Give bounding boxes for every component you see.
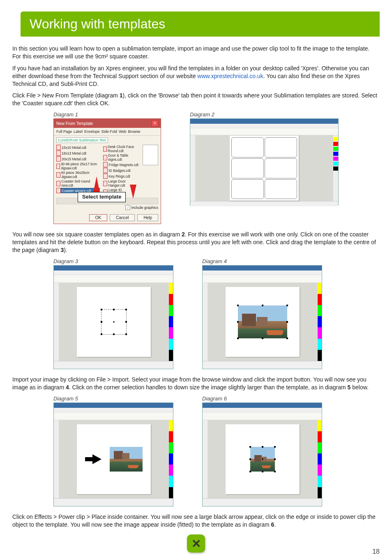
coaster-template[interactable] <box>231 179 264 199</box>
file-icon <box>103 155 107 160</box>
toolbar <box>190 128 338 135</box>
window-titlebar <box>54 403 173 408</box>
coaster-template[interactable] <box>265 137 297 157</box>
body-paragraph-1: In this section you will learn how to op… <box>12 45 380 60</box>
canvas[interactable] <box>59 283 168 361</box>
color-palette[interactable] <box>168 283 173 361</box>
color-palette[interactable] <box>317 420 322 498</box>
logo-icon: ✕ <box>187 534 205 553</box>
file-item[interactable]: 18x13 Metal.cdt <box>56 150 100 156</box>
tab-envelope[interactable]: Envelope <box>84 130 100 134</box>
tab-label[interactable]: Label <box>74 130 83 134</box>
tool-palette[interactable] <box>203 420 208 498</box>
file-item[interactable]: 30-96 piece 25x17.5cm Jigsaw.cdt <box>56 162 100 170</box>
diagram-3-caption: Diagram 3 <box>53 258 173 264</box>
diagram-1-caption: Diagram 1 <box>53 111 161 118</box>
cancel-button[interactable]: Cancel <box>110 214 135 221</box>
text: . <box>274 521 276 528</box>
diagram-6-caption: Diagram 6 <box>202 395 322 402</box>
body-paragraph-2: If you have had an installation by an Xp… <box>12 65 380 88</box>
file-item[interactable]: Fridge Magnets.cdt <box>103 162 139 167</box>
coaster-template[interactable] <box>231 137 264 157</box>
menu-bar <box>54 408 173 412</box>
file-item[interactable]: ID Badges.cdt <box>103 168 139 173</box>
coaster-template[interactable] <box>265 179 297 199</box>
canvas[interactable] <box>208 420 317 498</box>
status-bar <box>203 498 322 506</box>
technical-support-link[interactable]: www.xprestechnical.co.uk <box>197 73 263 79</box>
text: below. <box>350 384 369 391</box>
menu-bar <box>54 271 173 275</box>
file-icon <box>56 164 60 169</box>
canvas[interactable] <box>59 420 168 498</box>
page <box>77 287 151 357</box>
dialog-tabs: Full Page Label Envelope Side-Fold Web B… <box>54 128 161 136</box>
ok-button[interactable]: OK <box>89 214 107 221</box>
window-titlebar <box>203 403 322 408</box>
file-item[interactable]: Door & Table signs.cdt <box>103 153 139 162</box>
file-icon <box>56 172 60 178</box>
file-icon <box>103 181 107 186</box>
coaster-template[interactable] <box>231 158 264 178</box>
diagram-ref: 2 <box>182 231 185 238</box>
coreldraw-window <box>190 118 339 206</box>
tab-side-fold[interactable]: Side-Fold <box>101 130 118 134</box>
diagram-ref: 4 <box>66 384 69 391</box>
folder-path[interactable]: CorelDRAW Sublimation Tem <box>56 137 108 143</box>
diagram-2-caption: Diagram 2 <box>190 111 339 118</box>
tab-full-page[interactable]: Full Page <box>56 130 72 134</box>
help-button[interactable]: Help <box>137 214 158 221</box>
file-icon <box>103 162 108 167</box>
logo-text: xpres <box>172 553 219 555</box>
tab-web[interactable]: Web <box>119 130 126 134</box>
tool-palette[interactable] <box>203 283 208 361</box>
text: . Click on the corner selection handles … <box>69 384 348 391</box>
tool-palette[interactable] <box>54 420 59 498</box>
status-bar <box>54 498 173 506</box>
canvas[interactable] <box>208 283 317 361</box>
include-graphics-checkbox[interactable]: ✓ <box>125 205 130 210</box>
diagram-ref: 1 <box>120 92 123 99</box>
window-titlebar <box>54 266 173 271</box>
file-icon <box>56 156 61 162</box>
body-paragraph-6: Click on Effects > Power clip > Place in… <box>12 513 380 529</box>
powerclipped-image[interactable] <box>250 447 275 472</box>
color-palette[interactable] <box>317 283 322 361</box>
powerclip-arrow-icon <box>92 454 101 464</box>
status-bar <box>54 361 173 369</box>
menu-bar <box>203 408 322 412</box>
xpres-logo: ✕ xpres POWERING PERSONALISATION <box>172 534 219 555</box>
preview-thumbnail <box>143 145 158 165</box>
close-icon[interactable]: × <box>152 120 158 127</box>
page <box>226 424 300 494</box>
toolbar <box>203 412 322 420</box>
page-number: 18 <box>372 548 380 555</box>
tool-palette[interactable] <box>190 135 196 201</box>
imported-image[interactable] <box>238 305 287 338</box>
window-titlebar <box>203 266 322 271</box>
file-item[interactable]: Desk Clock Face Round.cdt <box>103 145 139 153</box>
window-titlebar <box>190 119 338 124</box>
coreldraw-window <box>202 265 322 369</box>
file-icon <box>56 150 61 156</box>
coreldraw-window <box>202 402 322 506</box>
color-palette[interactable] <box>168 420 173 498</box>
body-paragraph-5: Import your image by clicking on File > … <box>12 376 380 391</box>
coaster-template[interactable] <box>265 158 297 178</box>
text: ). <box>64 247 67 253</box>
canvas[interactable] <box>196 135 333 201</box>
selected-coaster-template[interactable] <box>101 309 127 335</box>
file-icon <box>103 173 108 179</box>
file-item[interactable]: 15x10 Metal.cdt <box>56 145 100 150</box>
color-palette[interactable] <box>333 135 338 201</box>
dialog-title: New From Template <box>56 121 93 126</box>
tab-browse[interactable]: Browse <box>128 130 140 134</box>
tool-palette[interactable] <box>54 283 59 361</box>
page <box>77 424 151 494</box>
file-item[interactable]: 20x15 Metal.cdt <box>56 156 100 162</box>
file-item[interactable]: Key Rings.cdt <box>103 173 139 179</box>
file-icon <box>103 146 107 152</box>
imported-image[interactable] <box>110 447 143 472</box>
select-template-callout: Select template <box>78 192 126 202</box>
status-bar <box>203 361 322 369</box>
